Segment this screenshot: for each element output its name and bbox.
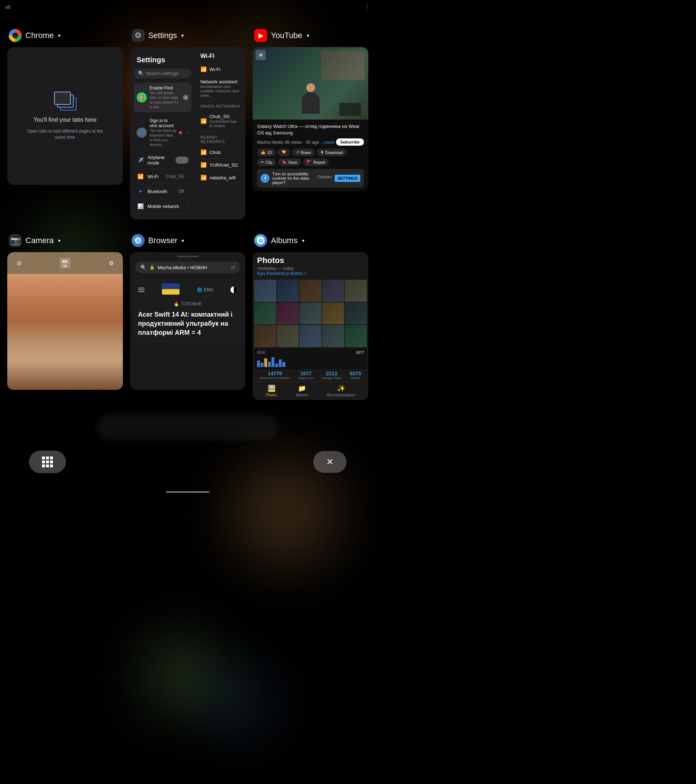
photo-cell[interactable] xyxy=(254,303,276,324)
saved-network-name: Chub_5G xyxy=(209,114,241,119)
settings-search-bar[interactable]: 🔍 Search settings xyxy=(134,69,191,78)
yt-dislike-button[interactable]: 👎 xyxy=(278,148,290,156)
browser-lang[interactable]: 🌐 ENG xyxy=(197,287,213,292)
close-all-button[interactable]: ✕ xyxy=(313,451,346,473)
wifi-assistant-item[interactable]: Network assistant Acceleration over mult… xyxy=(200,76,241,101)
photo-cell[interactable] xyxy=(299,325,322,347)
browser-content-area: 🌐 ENG 🔥 ГОЛОВНЕ Acer Swift 14 AI: компак… xyxy=(133,278,243,343)
browser-refresh-icon[interactable]: ↺ xyxy=(231,265,235,270)
airplane-toggle[interactable] xyxy=(175,156,188,164)
browser-icon: 🌐 xyxy=(132,234,145,247)
browser-menu-icon[interactable] xyxy=(138,288,145,292)
settings-find-item[interactable]: 🎯 Enable Find You can locate, lock, or c… xyxy=(134,82,191,112)
camera-header: 📷 Camera ▾ xyxy=(7,234,123,249)
photo-cell[interactable] xyxy=(277,303,299,324)
wifi-main-item[interactable]: 📶 Wi-Fi xyxy=(200,63,241,76)
yt-actions-row: 👍 20 👎 ↗ Share ⬇ Download xyxy=(257,148,364,166)
albums-bottom-bar: 🖼️ Photos 📁 Albums ✨ Recommendation xyxy=(253,381,368,400)
yt-dismiss-button[interactable]: Dismiss xyxy=(318,175,332,182)
yt-thumbnail[interactable]: M xyxy=(253,47,368,120)
nearby-natasha-item[interactable]: 📶 natasha_wifi xyxy=(200,171,241,184)
clip-label: Clip xyxy=(266,160,272,165)
yt-download-button[interactable]: ⬇ Download xyxy=(317,148,346,156)
albums-highlight-numbers: 14779 Multi-Core Comparison 1677 Single-… xyxy=(253,369,368,381)
yt-save-button[interactable]: 🔖 Save xyxy=(278,158,301,166)
settings-card[interactable]: ⚙ Settings ▾ Settings 🔍 Search settings … xyxy=(130,29,246,219)
signin-sub: You can back up important data or find y… xyxy=(150,128,176,147)
recommendation-tab-label: Recommendation xyxy=(327,393,355,397)
save-label: Save xyxy=(288,160,297,165)
photo-cell[interactable] xyxy=(277,325,299,347)
photo-cell[interactable] xyxy=(322,303,345,324)
yt-settings-button[interactable]: SETTINGS xyxy=(335,175,360,182)
camera-settings-button[interactable]: ⚙ xyxy=(106,257,117,269)
albums-tab-photos[interactable]: 🖼️ Photos xyxy=(266,384,277,397)
photo-cell[interactable] xyxy=(345,303,367,324)
camera-dropdown-icon[interactable]: ▾ xyxy=(58,238,61,244)
yt-like-button[interactable]: 👍 20 xyxy=(257,148,275,156)
albums-section-title: Photos xyxy=(257,256,364,265)
browser-card[interactable]: 🌐 Browser ▾ 🔍 🔒 Mezha.Media • НОВИН ↺ xyxy=(130,234,246,400)
settings-search-icon: 🔍 xyxy=(138,71,144,76)
wifi-right-icon: 📶 xyxy=(200,66,207,72)
youtube-dropdown-icon[interactable]: ▾ xyxy=(307,33,309,38)
photo-cell[interactable] xyxy=(254,325,276,347)
albums-tab-albums[interactable]: 📁 Albums xyxy=(296,384,308,397)
browser-dropdown-icon[interactable]: ▾ xyxy=(181,238,184,244)
multicore-val: 14779 xyxy=(260,371,290,376)
chrome-find-tabs-sub: Open tabs to visit different pages at th… xyxy=(22,128,108,140)
chrome-dropdown-icon[interactable]: ▾ xyxy=(58,33,61,38)
settings-signin-item[interactable]: 👤 Sign in to vivo account You can back u… xyxy=(134,115,191,150)
photo-cell[interactable] xyxy=(277,280,299,302)
photo-cell[interactable] xyxy=(299,280,322,302)
photo-cell[interactable] xyxy=(322,280,345,302)
home-indicator[interactable] xyxy=(0,488,376,500)
settings-dropdown-icon[interactable]: ▾ xyxy=(181,33,184,38)
albums-location[interactable]: Kyiv-Pechersk'yi district > xyxy=(257,271,364,276)
photo-cell[interactable] xyxy=(299,303,322,324)
settings-wifi-item[interactable]: 📶 Wi-Fi Chub_5G › xyxy=(134,169,191,184)
albums-section-header: Photos Yesterday — today Kyiv-Pechersk'y… xyxy=(253,252,368,278)
grid-view-button[interactable] xyxy=(29,451,66,473)
browser-header: 🌐 Browser ▾ xyxy=(130,234,246,249)
lang-label: ENG xyxy=(204,287,213,292)
yt-share-button[interactable]: ↗ Share xyxy=(292,148,315,156)
bluetooth-chevron: › xyxy=(187,189,188,193)
albums-dropdown-icon[interactable]: ▾ xyxy=(302,238,305,244)
browser-contrast-toggle[interactable] xyxy=(230,286,237,293)
browser-window: 🔍 🔒 Mezha.Media • НОВИН ↺ xyxy=(130,252,246,390)
saved-chub-item[interactable]: 📶 Chub_5G Connected (tap to share) xyxy=(200,110,241,132)
settings-bluetooth-item[interactable]: ✦ Bluetooth Off › xyxy=(134,184,191,199)
find-item-title: Enable Find xyxy=(150,86,180,91)
photo-cell[interactable] xyxy=(345,280,367,302)
settings-mobile-item[interactable]: 📊 Mobile network › xyxy=(134,199,191,214)
photo-cell[interactable] xyxy=(345,325,367,347)
nearby-chub-item[interactable]: 📶 Chub xyxy=(200,146,241,159)
mobile-label: Mobile network xyxy=(148,204,184,209)
highlight-storage: 2212 Storage Usage xyxy=(322,371,341,380)
albums-tab-label: Albums xyxy=(296,393,308,397)
find-close-button[interactable]: ✕ xyxy=(183,95,188,100)
wifi-value: Chub_5G xyxy=(166,174,184,179)
camera-card[interactable]: 📷 Camera ▾ ⊠ 4K 60 ⚙ xyxy=(7,234,123,400)
photo-cell[interactable] xyxy=(322,325,345,347)
yt-subscribe-button[interactable]: Subscribe xyxy=(336,138,364,146)
camera-flip-button[interactable]: ⊠ xyxy=(13,257,25,269)
highlight-multicore: 14779 Multi-Core Comparison xyxy=(260,371,290,380)
photo-cell[interactable] xyxy=(254,280,276,302)
photos-tab-icon: 🖼️ xyxy=(267,384,275,392)
albums-data-label: 8530 xyxy=(257,351,265,355)
settings-left-panel: Settings 🔍 Search settings 🎯 Enable Find… xyxy=(130,47,195,219)
youtube-card[interactable]: ▶ YouTube ▾ xyxy=(253,29,368,219)
yt-more-link[interactable]: ...more xyxy=(321,140,334,145)
albums-tab-recommendation[interactable]: ✨ Recommendation xyxy=(327,384,355,397)
yt-report-button[interactable]: 🚩 Report xyxy=(303,158,329,166)
save-icon: 🔖 xyxy=(282,160,287,165)
nearby-yura-item[interactable]: 📶 YURAnet_5G xyxy=(200,159,241,171)
accessibility-buttons: Dismiss SETTINGS xyxy=(318,175,360,182)
chrome-card[interactable]: Chrome ▾ ab ⋮ You'll find your tabs here… xyxy=(7,29,123,219)
browser-address-bar[interactable]: 🔍 🔒 Mezha.Media • НОВИН ↺ xyxy=(135,262,241,273)
albums-card[interactable]: 🌐 Albums ▾ Photos Yesterday — today Kyiv… xyxy=(253,234,368,400)
settings-airplane-item[interactable]: ✈️ Airplane mode xyxy=(134,152,191,169)
yt-clip-button[interactable]: ✂ Clip xyxy=(257,158,276,166)
